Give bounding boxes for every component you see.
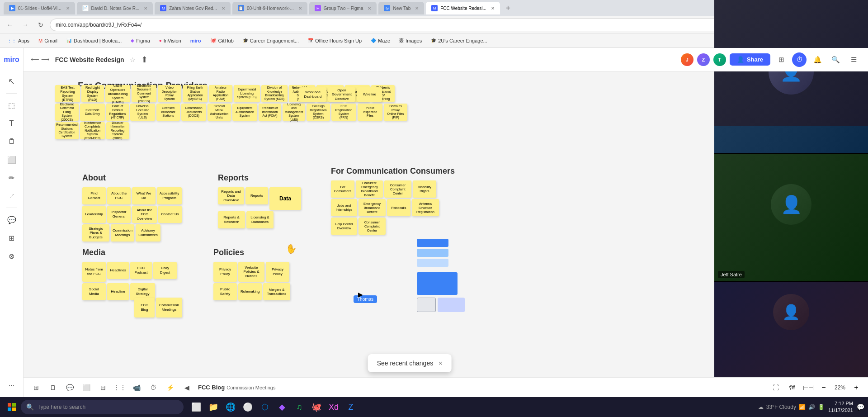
bt-arrow[interactable]: ◀ xyxy=(179,380,194,395)
bt-grid[interactable]: ⊞ xyxy=(29,380,43,395)
bt-table[interactable]: ⊟ xyxy=(96,380,110,395)
sticky-antenna[interactable]: Antenna Structure Registration xyxy=(412,199,439,216)
bm-career[interactable]: 🎓 Career Engagement... xyxy=(239,37,302,45)
sticky-consumer-complaint[interactable]: Consumer Complaint Center xyxy=(384,180,411,198)
forward-button[interactable]: → xyxy=(19,19,32,31)
sticky-headline[interactable]: Headline xyxy=(107,283,129,300)
sticky-fcc-blog[interactable]: FCC Blog xyxy=(134,298,155,317)
back-button[interactable]: ← xyxy=(4,19,16,31)
sticky-commission-mtg[interactable]: Commission Meetings xyxy=(111,224,134,242)
taskbar-vscode[interactable]: ⬡ xyxy=(257,399,273,415)
new-tab-button[interactable]: + xyxy=(502,2,514,14)
sticky-experimental[interactable]: Experimental Licensing System (ELS) xyxy=(234,85,260,102)
sticky-rulemaking[interactable]: Rulemaking xyxy=(238,283,262,300)
sticky-privacy-policy-2[interactable]: Privacy Policy xyxy=(266,262,289,282)
sticky-public[interactable]: Public Inspection Files xyxy=(358,104,382,121)
sticky-commission[interactable]: Commission Documents (DOCS) xyxy=(181,104,206,121)
taskbar-xd[interactable]: Xd xyxy=(326,399,342,415)
sticky-what-we-do[interactable]: What We Do xyxy=(132,187,156,204)
sticky-licensing-db[interactable]: Licensing & Databases xyxy=(246,211,274,228)
bt-collab[interactable]: ⚡ xyxy=(163,380,177,395)
sticky-division[interactable]: Division of Knowledge Broadcasting Syste… xyxy=(261,85,288,102)
tab-2[interactable]: 📄 David D. Notes Gov R... ✕ xyxy=(77,2,153,14)
sticky-inspector[interactable]: Inspector General xyxy=(107,206,131,223)
bt-apps[interactable]: ⋮⋮ xyxy=(113,380,127,395)
start-button[interactable] xyxy=(4,399,20,415)
taskbar-explorer[interactable]: 📁 xyxy=(205,399,222,415)
sticky-commission-mtgs[interactable]: Commission Meetings xyxy=(156,298,182,317)
taskbar-figma[interactable]: ◆ xyxy=(274,399,290,415)
sticky-mergers[interactable]: Mergers & Transactions xyxy=(263,283,290,300)
bm-dashboard[interactable]: 📊 Dashboard | Bootca... xyxy=(63,37,125,45)
sticky-contact-us[interactable]: Contact Us xyxy=(158,206,182,223)
tool-frames-2[interactable]: ⊞ xyxy=(4,230,20,246)
sticky-fcc-reg[interactable]: FCC Registration System (FRN) xyxy=(331,104,356,121)
layout-icon[interactable]: ⊞ xyxy=(774,52,788,67)
sticky-data-entry[interactable]: Electronic Data Entry xyxy=(80,104,105,121)
bm-figma[interactable]: ◆ Figma xyxy=(127,37,154,45)
tool-text[interactable]: T xyxy=(4,115,20,132)
sticky-edoccs[interactable]: Electronic Document Comment System (200C… xyxy=(132,85,156,102)
tab-4[interactable]: 📋 00-Unit-9-Homework-... ✕ xyxy=(232,2,307,14)
sticky-equip[interactable]: Equipment Authorization System xyxy=(232,104,257,121)
bm-apps[interactable]: ⋮⋮ Apps xyxy=(4,37,33,45)
sticky-reports-data[interactable]: Reports and Data Overview xyxy=(218,187,244,204)
sticky-public-safety[interactable]: Public Safety xyxy=(213,283,237,300)
sticky-fcc-podcast[interactable]: FCC Podcast xyxy=(130,262,152,279)
bt-sticky-note[interactable]: 🗒 xyxy=(46,380,60,395)
sticky-general[interactable]: General Menu Authorization Units xyxy=(208,104,231,121)
bm-miro[interactable]: miro xyxy=(187,37,205,45)
bm-2u[interactable]: 🎓 2U's Career Engage... xyxy=(427,37,491,45)
sticky-accessibility[interactable]: Accessibility Program xyxy=(157,187,182,204)
sticky-interference[interactable]: Interference Complaints Notification Sys… xyxy=(80,122,105,139)
search-icon[interactable]: 🔍 xyxy=(828,52,843,67)
sticky-licensed[interactable]: Licensed Broadcast Stations xyxy=(156,104,180,121)
sticky-emergency-bb[interactable]: Emergency Broadband Benefit xyxy=(359,199,386,216)
sticky-strategic-plans[interactable]: Strategic Plans & Budgets xyxy=(82,224,109,242)
sticky-wireline[interactable]: Wireline xyxy=(357,87,382,102)
bt-comment[interactable]: 💬 xyxy=(62,380,77,395)
sticky-jobs[interactable]: Jobs and Internships xyxy=(331,199,357,216)
bm-images[interactable]: 🖼 Images xyxy=(396,37,425,45)
zoom-minus-button[interactable]: − xyxy=(817,381,830,394)
sticky-call-sign[interactable]: Call Sign Registration System (CSRS) xyxy=(307,104,330,121)
bm-maze[interactable]: 🔷 Maze xyxy=(367,37,394,45)
sticky-robocalls[interactable]: Robocalls xyxy=(387,199,410,216)
sticky-domains[interactable]: Domains Relay Online Files (PIF) xyxy=(384,104,407,121)
sticky-privacy-policy[interactable]: Privacy Policy xyxy=(213,262,237,282)
bt-shapes[interactable]: ⬜ xyxy=(79,380,94,395)
sticky-universal[interactable]: Universal Licensing System (ULS) xyxy=(130,104,155,121)
taskbar-chrome[interactable]: ⚪ xyxy=(240,399,256,415)
sticky-for-consumers[interactable]: For Consumers xyxy=(331,180,354,198)
sticky-notes-fcc[interactable]: Notes from the FCC xyxy=(82,262,106,282)
banner-close-button[interactable]: × xyxy=(439,360,442,367)
tool-layers[interactable]: ⊗ xyxy=(4,248,20,264)
sticky-help-center[interactable]: Help Center Overview xyxy=(331,218,357,235)
sticky-code[interactable]: Code of Federal Regulations (47 CRF) xyxy=(106,104,129,121)
sticky-amateur[interactable]: Amateur Radio Application (HAM) xyxy=(209,85,232,102)
map-icon[interactable]: 🗺 xyxy=(785,380,799,395)
bt-timer[interactable]: ⏱ xyxy=(146,380,160,395)
tool-frames[interactable]: ⬚ xyxy=(4,97,20,114)
share-button[interactable]: 👤 Share xyxy=(730,53,770,66)
tool-line[interactable]: ⟋ xyxy=(4,188,20,204)
sticky-data[interactable]: Data xyxy=(269,187,301,210)
fullscreen-icon[interactable]: ⛶ xyxy=(769,380,783,395)
sticky-filing[interactable]: Filing Earth Station Application (MyIBFS… xyxy=(183,85,208,102)
taskbar-github[interactable]: 🐙 xyxy=(308,399,325,415)
sticky-about-fcc[interactable]: About the FCC xyxy=(107,187,131,204)
sticky-cabs[interactable]: Cable Operators Broadcasting System (CAB… xyxy=(105,85,130,102)
notifications-icon[interactable]: 🔔 xyxy=(810,52,825,67)
star-icon[interactable]: ☆ xyxy=(130,56,136,63)
taskbar-zoom[interactable]: Z xyxy=(343,399,359,415)
sticky-reports[interactable]: Reports xyxy=(245,187,268,204)
reload-button[interactable]: ↻ xyxy=(34,19,47,31)
tab-7[interactable]: M FCC Website Redesi... ✕ xyxy=(426,2,500,14)
bm-gmail[interactable]: M Gmail xyxy=(35,37,61,45)
sticky-consumer-complaint-2[interactable]: Consumer Complaint Center xyxy=(359,218,386,235)
timer-icon[interactable]: ⏱ xyxy=(792,52,807,67)
sticky-licensing[interactable]: Licensing and Management System (LMS) xyxy=(283,104,305,121)
bm-office-hours[interactable]: 📅 Office Hours Sign Up xyxy=(304,37,365,45)
sticky-disaster[interactable]: Disaster Information Reporting System (D… xyxy=(106,122,129,139)
sticky-social-media[interactable]: Social Media xyxy=(82,283,106,300)
